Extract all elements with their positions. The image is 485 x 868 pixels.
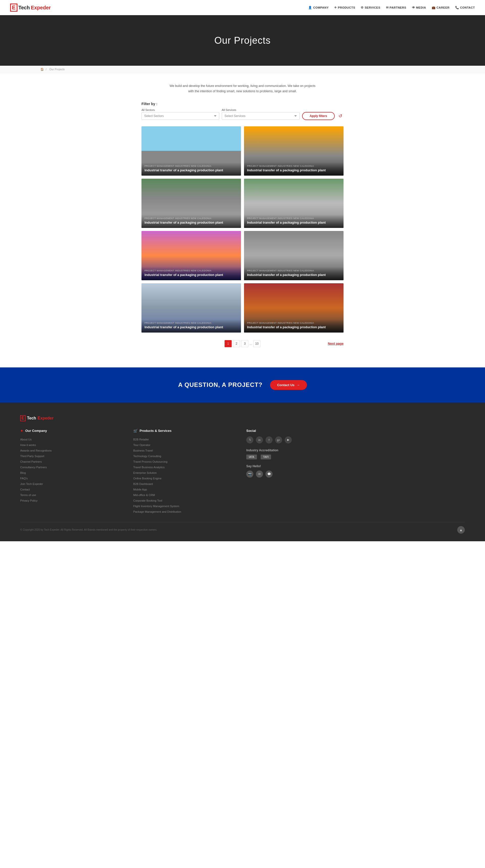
footer-company-link[interactable]: Blog [20, 470, 126, 475]
footer-logo-tech: Tech [27, 416, 36, 421]
footer-copyright: © Copyright 2020 by Tech Expeder. All Ri… [20, 528, 157, 531]
project-card-overlay: PROJECT MANAGEMENT INDUSTRIES NEW CALEDO… [244, 319, 344, 333]
logo-expeder-text: Expeder [31, 5, 51, 10]
twitter-icon[interactable]: 𝕏 [246, 436, 253, 443]
logo[interactable]: E Tech Expeder [10, 3, 51, 11]
footer-company-link[interactable]: Privacy Policy [20, 498, 126, 503]
contact-us-button[interactable]: Contact Us → [270, 380, 307, 390]
footer-products-link[interactable]: Tour Operator [133, 442, 239, 448]
footer-logo-icon: E [20, 415, 26, 421]
nav-item-media[interactable]: 👁 MEDIA [412, 6, 426, 9]
facebook-icon[interactable]: f [265, 436, 272, 443]
filter-section: Filter by : All Sectors Select Sectors A… [141, 102, 344, 120]
project-card[interactable]: PROJECT MANAGEMENT INDUSTRIES NEW CALEDO… [141, 231, 241, 280]
apply-filters-button[interactable]: Apply filters [302, 112, 335, 120]
project-tag: PROJECT MANAGEMENT INDUSTRIES NEW CALEDO… [144, 165, 238, 167]
project-card[interactable]: PROJECT MANAGEMENT INDUSTRIES NEW CALEDO… [244, 179, 344, 228]
company-footer-icon: ✦ [20, 429, 23, 433]
say-hello-title: Say Hello! [246, 464, 352, 468]
footer-company-link[interactable]: Awards and Recognitions [20, 448, 126, 453]
breadcrumb-home-link[interactable]: 🏠 [40, 68, 44, 71]
hero-section: Our Projects [0, 15, 485, 66]
contact-us-arrow-icon: → [296, 383, 300, 387]
services-filter-label: All Services [222, 108, 300, 112]
sectors-filter-group: All Sectors Select Sectors [141, 108, 219, 120]
footer-company-link[interactable]: Consultancy Partners [20, 464, 126, 470]
footer-products-link[interactable]: Enterprise Solution [133, 470, 239, 475]
page-button-3[interactable]: 3 [241, 340, 248, 347]
nav-label-media: MEDIA [416, 6, 426, 9]
footer-company-link[interactable]: About Us [20, 437, 126, 442]
navbar: E Tech Expeder 👤 COMPANY ✈ PRODUCTS ⚙ SE… [0, 0, 485, 15]
nav-item-partners[interactable]: ✉ PARTNERS [386, 6, 407, 9]
sectors-select[interactable]: Select Sectors [141, 112, 219, 120]
footer-grid: ✦ Our Company About UsHow it worksAwards… [20, 429, 465, 515]
footer-products-link[interactable]: B2B Retailer [133, 437, 239, 442]
page-button-10[interactable]: 10 [253, 340, 260, 347]
project-card[interactable]: PROJECT MANAGEMENT INDUSTRIES NEW CALEDO… [244, 231, 344, 280]
youtube-icon[interactable]: ▶ [285, 436, 292, 443]
project-tag: PROJECT MANAGEMENT INDUSTRIES NEW CALEDO… [144, 322, 238, 324]
main-content: We build and develop the future environm… [136, 73, 349, 367]
products-nav-icon: ✈ [334, 6, 337, 9]
footer-products-link[interactable]: Technology Consulting [133, 453, 239, 459]
hero-content: Our Projects [214, 35, 270, 46]
footer: E Tech Expeder ✦ Our Company About UsHow… [0, 403, 485, 541]
back-to-top-button[interactable]: ▲ [457, 526, 465, 534]
nav-item-career[interactable]: 💼 CAREER [432, 6, 450, 9]
footer-products-link[interactable]: Travel Business Analytics [133, 464, 239, 470]
nav-item-services[interactable]: ⚙ SERVICES [361, 6, 380, 9]
nav-item-company[interactable]: 👤 COMPANY [308, 6, 329, 9]
products-footer-icon: 🛒 [133, 429, 138, 433]
project-card[interactable]: PROJECT MANAGEMENT INDUSTRIES NEW CALEDO… [141, 126, 241, 176]
services-select[interactable]: Select Services [222, 112, 300, 120]
footer-company-link[interactable]: Terms of use [20, 492, 126, 498]
project-title: Industrial transfer of a packaging produ… [144, 273, 238, 277]
page-button-1[interactable]: 1 [225, 340, 232, 347]
nav-label-partners: PARTNERS [389, 6, 406, 9]
project-title: Industrial transfer of a packaging produ… [247, 325, 341, 330]
footer-products-title: 🛒 Products & Services [133, 429, 239, 433]
chat-icon[interactable]: 💬 [265, 470, 272, 477]
footer-products-link[interactable]: Online Booking Engine [133, 475, 239, 481]
projects-grid: PROJECT MANAGEMENT INDUSTRIES NEW CALEDO… [141, 126, 344, 333]
footer-products-link[interactable]: B2B Dashboard [133, 481, 239, 487]
footer-products-link[interactable]: Business Travel [133, 448, 239, 453]
footer-products-link[interactable]: Corporate Booking Tool [133, 498, 239, 503]
project-card[interactable]: PROJECT MANAGEMENT INDUSTRIES NEW CALEDO… [141, 179, 241, 228]
project-title: Industrial transfer of a packaging produ… [144, 325, 238, 330]
page-button-2[interactable]: 2 [233, 340, 240, 347]
footer-company-link[interactable]: Contact [20, 487, 126, 492]
footer-products-link[interactable]: Flight Inventory Management System [133, 503, 239, 509]
project-tag: PROJECT MANAGEMENT INDUSTRIES NEW CALEDO… [247, 217, 341, 220]
email-icon[interactable]: ✉ [256, 470, 263, 477]
contact-us-label: Contact Us [277, 383, 294, 387]
reset-filters-button[interactable]: ↺ [337, 113, 344, 119]
project-title: Industrial transfer of a packaging produ… [144, 168, 238, 173]
project-card[interactable]: PROJECT MANAGEMENT INDUSTRIES NEW CALEDO… [141, 283, 241, 333]
sectors-filter-label: All Sectors [141, 108, 219, 112]
nav-label-contact: CONTACT [460, 6, 475, 9]
footer-company-link[interactable]: Third Party Support [20, 453, 126, 459]
nav-item-products[interactable]: ✈ PRODUCTS [334, 6, 355, 9]
nav-item-contact[interactable]: 📞 CONTACT [455, 6, 475, 9]
footer-company-link[interactable]: How it works [20, 442, 126, 448]
footer-company-link[interactable]: Join Tech Expeder [20, 481, 126, 487]
contact-nav-icon: 📞 [455, 6, 459, 9]
project-card[interactable]: PROJECT MANAGEMENT INDUSTRIES NEW CALEDO… [244, 126, 344, 176]
footer-products-link[interactable]: Mid-office & CRM [133, 492, 239, 498]
project-card[interactable]: PROJECT MANAGEMENT INDUSTRIES NEW CALEDO… [244, 283, 344, 333]
project-card-overlay: PROJECT MANAGEMENT INDUSTRIES NEW CALEDO… [244, 162, 344, 176]
footer-company-link[interactable]: FAQ's [20, 475, 126, 481]
footer-company-link[interactable]: Channel Partners [20, 459, 126, 464]
next-page-button[interactable]: Next page [328, 342, 344, 345]
googleplus-icon[interactable]: g+ [275, 436, 282, 443]
footer-products-link[interactable]: Package Management and Distribution [133, 509, 239, 515]
career-nav-icon: 💼 [432, 6, 436, 9]
footer-col-company: ✦ Our Company About UsHow it worksAwards… [20, 429, 126, 515]
footer-products-link[interactable]: Mobile App [133, 487, 239, 492]
footer-logo[interactable]: E Tech Expeder [20, 415, 465, 421]
camera-icon[interactable]: 📷 [246, 470, 253, 477]
footer-products-link[interactable]: Travel Process Outsourcing [133, 459, 239, 464]
linkedin-icon[interactable]: in [256, 436, 263, 443]
